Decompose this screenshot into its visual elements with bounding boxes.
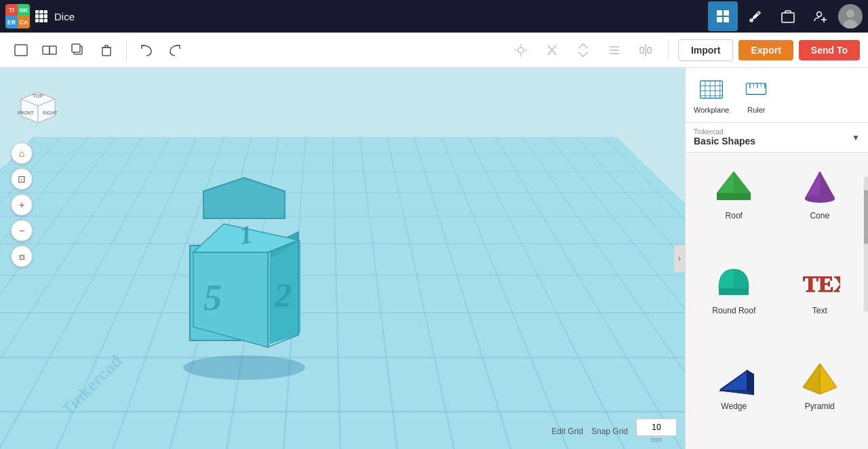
svg-rect-14	[50, 46, 56, 54]
svg-point-29	[183, 355, 305, 380]
shape-item-cone[interactable]: Cone	[777, 158, 863, 253]
logo-ca: CA	[18, 16, 30, 28]
svg-rect-16	[72, 44, 80, 52]
workplane-label: Workplane	[694, 106, 729, 114]
mirror-btn[interactable]	[539, 37, 565, 63]
sendto-btn[interactable]: Send To	[799, 40, 860, 60]
redo-btn[interactable]	[162, 37, 188, 63]
group-btn[interactable]	[37, 37, 62, 63]
svg-rect-13	[43, 46, 50, 54]
shape-item-roof[interactable]: Roof	[691, 158, 777, 253]
snap-grid-label: Snap Grid	[591, 427, 628, 436]
duplicate-btn[interactable]	[65, 37, 91, 63]
svg-text:2: 2	[274, 276, 292, 314]
project-name-bar: Dice	[35, 10, 75, 22]
panel-tools: Workplane Ruler	[686, 68, 868, 123]
add-user-btn[interactable]	[806, 1, 835, 31]
dice-3d: 1 5 2	[136, 164, 353, 381]
svg-point-6	[817, 12, 822, 17]
separator-2	[668, 41, 669, 60]
svg-rect-3	[724, 17, 729, 22]
toolbar: Import Export Send To	[0, 33, 868, 68]
svg-rect-2	[717, 17, 722, 22]
main-area: Tinkercad	[0, 68, 868, 449]
perspective-btn[interactable]: ⧈	[11, 246, 33, 267]
flatten-btn[interactable]	[8, 37, 34, 63]
menu-icon[interactable]	[35, 10, 47, 22]
svg-point-10	[846, 9, 854, 18]
svg-rect-51	[717, 193, 751, 200]
snap-grid-input[interactable]	[636, 418, 677, 436]
shape-item-pyramid[interactable]: Pyramid	[777, 349, 863, 444]
svg-rect-5	[782, 13, 794, 22]
delete-btn[interactable]	[94, 37, 119, 63]
shape-item-round-roof[interactable]: Round Roof	[691, 253, 777, 348]
svg-rect-0	[717, 10, 722, 16]
shape-label-text: Text	[812, 306, 827, 315]
shape-label-pyramid: Pyramid	[805, 402, 835, 411]
topbar: TI NK ER CA Dice	[0, 0, 868, 33]
svg-point-18	[518, 47, 524, 53]
svg-text:5: 5	[203, 277, 222, 318]
shapes-grid: Roof Cone Round Roof	[686, 153, 868, 449]
viewport[interactable]: Tinkercad	[0, 68, 685, 449]
scrollbar-thumb[interactable]	[864, 190, 868, 244]
separator-1	[126, 41, 127, 60]
svg-rect-28	[648, 47, 651, 53]
3d-view-btn[interactable]	[708, 1, 738, 31]
bottom-bar: Edit Grid Snap Grid mm	[551, 418, 677, 444]
snap-grid-unit: mm	[651, 436, 663, 444]
flip-btn[interactable]	[570, 37, 596, 63]
edit-grid-btn[interactable]: Edit Grid	[551, 427, 583, 436]
shapes-category-selector[interactable]: Tinkercad Basic Shapes ▼	[686, 123, 868, 153]
topbar-right	[708, 1, 863, 31]
view-cube[interactable]: TOP FRONT RIGHT	[11, 79, 65, 133]
project-title: Dice	[54, 11, 75, 22]
svg-rect-17	[102, 47, 111, 56]
light-btn[interactable]	[508, 37, 534, 63]
shape-item-wedge[interactable]: Wedge	[691, 349, 777, 444]
ruler-label: Ruler	[747, 106, 765, 114]
collapse-panel-btn[interactable]: ›	[674, 245, 685, 272]
avatar-btn[interactable]	[838, 4, 863, 28]
svg-text:TOP: TOP	[33, 93, 43, 99]
undo-btn[interactable]	[134, 37, 159, 63]
svg-rect-27	[640, 47, 644, 53]
toolbar-actions: Import Export Send To	[508, 37, 860, 63]
tinkercad-logo[interactable]: TI NK ER CA	[5, 4, 30, 28]
logo-er: ER	[5, 16, 18, 28]
projects-btn[interactable]	[773, 1, 803, 31]
ruler-tool[interactable]: Ruler	[743, 76, 770, 114]
right-panel: Workplane Ruler Tinkercad Basic Shape	[685, 68, 868, 449]
tools-btn[interactable]	[741, 1, 770, 31]
shape-label-roof: Roof	[726, 211, 743, 220]
shape-item-text[interactable]: TEXT Text	[777, 253, 863, 348]
svg-text:RIGHT: RIGHT	[43, 111, 58, 115]
shape-label-cone: Cone	[810, 211, 829, 220]
shape-label-round-roof: Round Roof	[712, 306, 755, 315]
svg-marker-66	[803, 364, 820, 394]
shape-label-wedge: Wedge	[721, 402, 747, 411]
home-btn[interactable]: ⌂	[11, 142, 33, 164]
svg-rect-44	[747, 83, 766, 94]
category-dropdown-arrow[interactable]: ▼	[852, 133, 860, 142]
zoom-in-btn[interactable]: +	[11, 194, 33, 216]
category-label: Basic Shapes	[694, 136, 755, 147]
svg-text:TEXT: TEXT	[803, 271, 840, 296]
svg-marker-67	[820, 364, 837, 394]
left-controls: ⌂ ⊡ + − ⧈	[11, 142, 33, 267]
svg-rect-1	[724, 10, 729, 16]
logo-ti: TI	[5, 4, 18, 16]
workplane-tool[interactable]: Workplane	[694, 76, 729, 114]
scrollbar[interactable]	[864, 176, 868, 312]
fit-btn[interactable]: ⊡	[11, 168, 33, 190]
svg-rect-56	[719, 288, 749, 295]
tinkercad-label: Tinkercad	[694, 128, 755, 136]
logo-nk: NK	[18, 4, 30, 16]
import-btn[interactable]: Import	[678, 39, 734, 61]
svg-text:FRONT: FRONT	[18, 111, 35, 115]
align-btn[interactable]	[601, 37, 627, 63]
distribute-btn[interactable]	[633, 37, 658, 63]
zoom-out-btn[interactable]: −	[11, 220, 33, 241]
export-btn[interactable]: Export	[738, 40, 793, 60]
